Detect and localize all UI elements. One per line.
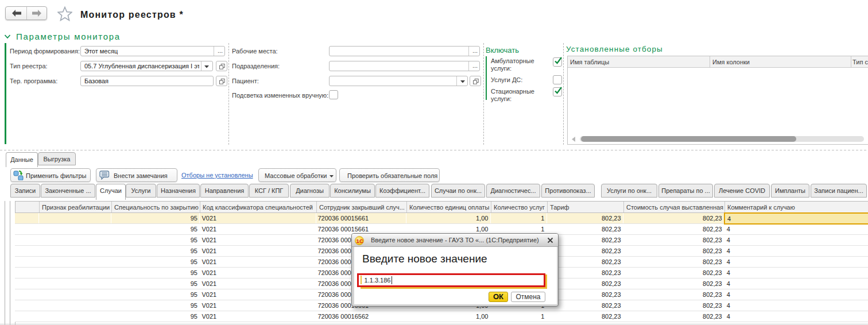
svg-text:1С: 1С xyxy=(356,238,363,244)
